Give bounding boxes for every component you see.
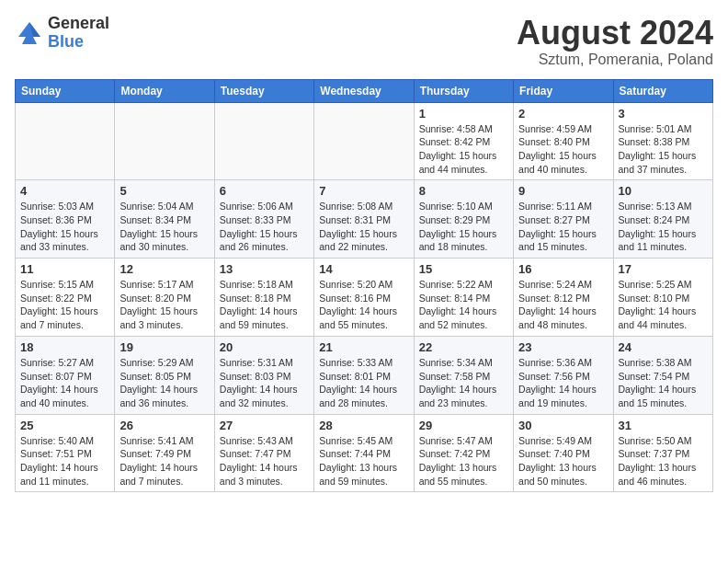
calendar-cell [115,102,214,180]
day-number: 7 [319,184,408,198]
calendar-cell: 4Sunrise: 5:03 AM Sunset: 8:36 PM Daylig… [16,180,115,259]
calendar-cell: 5Sunrise: 5:04 AM Sunset: 8:34 PM Daylig… [115,180,214,259]
day-info: Sunrise: 5:31 AM Sunset: 8:03 PM Dayligh… [220,356,309,410]
day-number: 15 [419,262,508,276]
calendar-cell: 2Sunrise: 4:59 AM Sunset: 8:40 PM Daylig… [514,102,613,180]
day-info: Sunrise: 4:58 AM Sunset: 8:42 PM Dayligh… [419,122,508,177]
day-number: 23 [518,340,608,354]
day-info: Sunrise: 5:22 AM Sunset: 8:14 PM Dayligh… [419,278,508,332]
day-number: 19 [119,340,209,354]
day-info: Sunrise: 5:47 AM Sunset: 7:42 PM Dayligh… [419,434,508,488]
day-info: Sunrise: 5:13 AM Sunset: 8:24 PM Dayligh… [619,200,708,254]
day-info: Sunrise: 5:06 AM Sunset: 8:33 PM Dayligh… [220,200,309,254]
day-info: Sunrise: 5:33 AM Sunset: 8:01 PM Dayligh… [319,356,408,410]
logo-icon [15,18,44,48]
day-number: 16 [518,262,608,276]
day-number: 10 [619,184,708,198]
calendar-week-1: 1Sunrise: 4:58 AM Sunset: 8:42 PM Daylig… [16,102,713,180]
calendar-cell: 17Sunrise: 5:25 AM Sunset: 8:10 PM Dayli… [613,259,712,337]
day-number: 5 [119,184,209,198]
day-header-monday: Monday [115,79,214,102]
calendar-cell: 12Sunrise: 5:17 AM Sunset: 8:20 PM Dayli… [115,259,214,337]
day-info: Sunrise: 5:38 AM Sunset: 7:54 PM Dayligh… [619,356,708,410]
calendar-header-row: SundayMondayTuesdayWednesdayThursdayFrid… [16,79,713,102]
logo-text: General Blue [48,15,109,52]
day-number: 25 [20,419,109,432]
day-info: Sunrise: 5:20 AM Sunset: 8:16 PM Dayligh… [319,278,408,332]
calendar-cell: 15Sunrise: 5:22 AM Sunset: 8:14 PM Dayli… [414,259,513,337]
calendar-cell: 23Sunrise: 5:36 AM Sunset: 7:56 PM Dayli… [514,336,613,414]
day-number: 6 [220,184,309,198]
day-number: 31 [619,419,708,432]
day-header-wednesday: Wednesday [314,79,414,102]
calendar-cell: 20Sunrise: 5:31 AM Sunset: 8:03 PM Dayli… [214,336,313,414]
day-number: 22 [419,340,508,354]
calendar-week-3: 11Sunrise: 5:15 AM Sunset: 8:22 PM Dayli… [16,259,713,337]
day-info: Sunrise: 5:03 AM Sunset: 8:36 PM Dayligh… [20,200,109,254]
subtitle: Sztum, Pomerania, Poland [517,52,713,68]
day-header-tuesday: Tuesday [214,79,313,102]
calendar-cell: 9Sunrise: 5:11 AM Sunset: 8:27 PM Daylig… [514,180,613,259]
day-info: Sunrise: 5:08 AM Sunset: 8:31 PM Dayligh… [319,200,408,254]
day-number: 12 [119,262,209,276]
day-number: 11 [20,262,109,276]
calendar-cell: 11Sunrise: 5:15 AM Sunset: 8:22 PM Dayli… [16,259,115,337]
day-header-friday: Friday [514,79,613,102]
calendar-cell [214,102,313,180]
day-info: Sunrise: 5:34 AM Sunset: 7:58 PM Dayligh… [419,356,508,410]
day-number: 4 [20,184,109,198]
day-number: 17 [619,262,708,276]
calendar-cell: 8Sunrise: 5:10 AM Sunset: 8:29 PM Daylig… [414,180,513,259]
calendar-table: SundayMondayTuesdayWednesdayThursdayFrid… [15,79,713,493]
logo-general-text: General [48,15,109,33]
day-info: Sunrise: 5:45 AM Sunset: 7:44 PM Dayligh… [319,434,408,488]
day-info: Sunrise: 5:27 AM Sunset: 8:07 PM Dayligh… [20,356,109,410]
day-number: 20 [220,340,309,354]
day-number: 13 [220,262,309,276]
calendar-cell: 19Sunrise: 5:29 AM Sunset: 8:05 PM Dayli… [115,336,214,414]
logo: General Blue [15,15,109,52]
page-header: General Blue August 2024 Sztum, Pomerani… [15,15,713,68]
calendar-cell: 30Sunrise: 5:49 AM Sunset: 7:40 PM Dayli… [514,414,613,492]
calendar-cell: 31Sunrise: 5:50 AM Sunset: 7:37 PM Dayli… [613,414,712,492]
calendar-cell: 13Sunrise: 5:18 AM Sunset: 8:18 PM Dayli… [214,259,313,337]
day-info: Sunrise: 5:29 AM Sunset: 8:05 PM Dayligh… [119,356,209,410]
day-info: Sunrise: 5:43 AM Sunset: 7:47 PM Dayligh… [220,434,309,488]
day-info: Sunrise: 5:17 AM Sunset: 8:20 PM Dayligh… [119,278,209,332]
day-info: Sunrise: 5:01 AM Sunset: 8:38 PM Dayligh… [619,122,708,177]
day-info: Sunrise: 5:25 AM Sunset: 8:10 PM Dayligh… [619,278,708,332]
day-number: 30 [518,419,608,432]
day-number: 26 [119,419,209,432]
calendar-cell: 14Sunrise: 5:20 AM Sunset: 8:16 PM Dayli… [314,259,414,337]
calendar-cell: 6Sunrise: 5:06 AM Sunset: 8:33 PM Daylig… [214,180,313,259]
day-info: Sunrise: 5:24 AM Sunset: 8:12 PM Dayligh… [518,278,608,332]
day-number: 14 [319,262,408,276]
day-info: Sunrise: 5:15 AM Sunset: 8:22 PM Dayligh… [20,278,109,332]
calendar-cell: 18Sunrise: 5:27 AM Sunset: 8:07 PM Dayli… [16,336,115,414]
calendar-cell: 7Sunrise: 5:08 AM Sunset: 8:31 PM Daylig… [314,180,414,259]
day-info: Sunrise: 5:36 AM Sunset: 7:56 PM Dayligh… [518,356,608,410]
logo-blue-text: Blue [48,33,109,52]
calendar-cell: 24Sunrise: 5:38 AM Sunset: 7:54 PM Dayli… [613,336,712,414]
day-header-thursday: Thursday [414,79,513,102]
day-number: 8 [419,184,508,198]
day-info: Sunrise: 4:59 AM Sunset: 8:40 PM Dayligh… [518,122,608,177]
day-number: 18 [20,340,109,354]
day-info: Sunrise: 5:40 AM Sunset: 7:51 PM Dayligh… [20,434,109,488]
calendar-cell: 26Sunrise: 5:41 AM Sunset: 7:49 PM Dayli… [115,414,214,492]
day-number: 24 [619,340,708,354]
day-number: 2 [518,107,608,121]
calendar-cell: 25Sunrise: 5:40 AM Sunset: 7:51 PM Dayli… [16,414,115,492]
day-info: Sunrise: 5:11 AM Sunset: 8:27 PM Dayligh… [518,200,608,254]
calendar-week-4: 18Sunrise: 5:27 AM Sunset: 8:07 PM Dayli… [16,336,713,414]
day-info: Sunrise: 5:50 AM Sunset: 7:37 PM Dayligh… [619,434,708,488]
title-block: August 2024 Sztum, Pomerania, Poland [517,15,713,68]
calendar-cell: 28Sunrise: 5:45 AM Sunset: 7:44 PM Dayli… [314,414,414,492]
day-number: 27 [220,419,309,432]
day-info: Sunrise: 5:18 AM Sunset: 8:18 PM Dayligh… [220,278,309,332]
calendar-cell [16,102,115,180]
day-info: Sunrise: 5:04 AM Sunset: 8:34 PM Dayligh… [119,200,209,254]
day-info: Sunrise: 5:10 AM Sunset: 8:29 PM Dayligh… [419,200,508,254]
calendar-cell: 16Sunrise: 5:24 AM Sunset: 8:12 PM Dayli… [514,259,613,337]
calendar-cell: 10Sunrise: 5:13 AM Sunset: 8:24 PM Dayli… [613,180,712,259]
